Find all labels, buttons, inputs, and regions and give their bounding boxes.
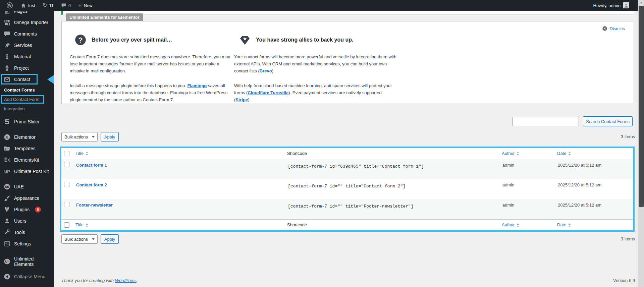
row-checkbox[interactable] <box>64 182 69 187</box>
search-contact-forms-button[interactable]: Search Contact Forms <box>583 116 633 126</box>
author-cell: admin <box>500 179 555 199</box>
column-footer-date[interactable]: Date <box>555 219 633 230</box>
gem-star-icon <box>239 34 251 46</box>
wordpress-link[interactable]: WordPress <box>115 278 137 283</box>
sort-icon <box>86 152 88 156</box>
sidebar-item-ultimate-post-kit[interactable]: Ultimate Post Kit <box>0 166 54 177</box>
sidebar-subitem-add-contact-form[interactable]: Add Contact Form <box>0 95 54 104</box>
bulk-actions-dropdown[interactable]: Bulk actions <box>61 234 98 244</box>
sidebar-subitem-contact-forms[interactable]: Contact Forms <box>0 85 54 95</box>
sidebar-subitem-integration[interactable]: Integration <box>0 104 54 113</box>
sidebar-item-elementor[interactable]: Elementor <box>0 131 54 143</box>
row-checkbox[interactable] <box>64 202 69 207</box>
sidebar-item-plugins[interactable]: Plugins9 <box>0 204 54 215</box>
panel-paragraph: With help from cloud-based machine learn… <box>234 82 397 103</box>
page-scrollbar[interactable]: ▲ <box>638 0 644 287</box>
site-name-menu[interactable]: test <box>17 0 38 11</box>
sidebar-item-appearance[interactable]: Appearance <box>0 192 54 204</box>
comments-count: 0 <box>68 3 71 8</box>
sidebar-item-prime-slider[interactable]: Prime Slider <box>0 116 54 127</box>
shortcode-cell: [contact-form-7 id="639d465" title="Cont… <box>285 159 500 179</box>
sidebar-item-pages[interactable]: Pages <box>0 11 54 17</box>
date-cell: 2025/12/20 at 5:12 am <box>555 179 633 199</box>
bulk-actions-dropdown[interactable]: Bulk actions <box>61 132 98 141</box>
footer-thanks: Thank you for creating with WordPress. <box>61 278 138 283</box>
sidebar-item-label: UAE <box>14 184 24 189</box>
select-all-checkbox-bottom[interactable] <box>64 222 69 228</box>
contact-form-title-link[interactable]: Footer-newsletter <box>76 203 113 208</box>
comments-menu[interactable]: 0 <box>58 0 74 11</box>
comment-icon <box>4 31 10 37</box>
sidebar-separator <box>0 127 54 131</box>
sidebar-item-label: Project <box>14 65 29 71</box>
sidebar-item-label: Comments <box>14 31 37 37</box>
updates-icon: ↻ <box>43 3 47 8</box>
sidebar-item-label: Tools <box>14 230 25 235</box>
items-count-bottom: 3 items <box>621 236 635 241</box>
dismiss-button[interactable]: Dismiss <box>602 26 625 31</box>
sidebar-subitem-label: Add Contact Form <box>4 97 40 102</box>
prime-icon <box>4 118 10 125</box>
sidebar-item-contact[interactable]: Contact <box>0 74 54 85</box>
sidebar-item-unlimited-elements[interactable]: Unlimited Elements <box>0 254 54 269</box>
sidebar-item-label: Unlimited Elements <box>14 256 42 267</box>
row-checkbox[interactable] <box>64 162 69 167</box>
scrollbar-thumb[interactable] <box>639 6 644 207</box>
sidebar-item-elementskit[interactable]: ElementsKit <box>0 154 54 166</box>
sidebar-item-label: Services <box>14 43 32 48</box>
new-content-menu[interactable]: +New <box>75 0 96 11</box>
admin-bar: test ↻11 0 +New Howdy, admin <box>0 0 644 11</box>
sort-icon <box>568 223 571 227</box>
column-footer-title[interactable]: Title <box>73 219 285 230</box>
wp-logo-menu[interactable] <box>3 0 16 11</box>
sidebar-item-users[interactable]: Users <box>0 215 54 227</box>
avatar <box>623 2 629 8</box>
updates-count: 11 <box>49 3 54 8</box>
folder-icon <box>4 145 10 152</box>
search-input[interactable] <box>513 117 579 126</box>
sidebar-item-uae[interactable]: UAE <box>0 181 54 192</box>
sidebar-item-material[interactable]: Material <box>0 51 54 62</box>
cloudflare-turnstile-link[interactable]: Cloudflare Turnstile <box>248 90 288 95</box>
panel-heading-right: You have strong allies to back you up. <box>256 37 353 43</box>
sidebar-item-omega-importer[interactable]: Omega Importer <box>0 17 54 28</box>
sort-icon <box>86 223 88 227</box>
panel-column-mail: Before you cry over spilt mail… Contact … <box>70 34 233 104</box>
column-header-shortcode: Shortcode <box>285 148 500 159</box>
sidebar-item-comments[interactable]: Comments <box>0 28 54 40</box>
sidebar-item-project[interactable]: Project <box>0 62 54 74</box>
sidebar-item-templates[interactable]: Templates <box>0 143 54 154</box>
shortcode-cell: [contact-form-7 id="" title="Footer-news… <box>285 199 500 219</box>
uae-icon <box>4 183 10 190</box>
sidebar-item-label: Appearance <box>14 195 40 201</box>
person-icon <box>4 65 10 71</box>
account-menu[interactable]: Howdy, admin <box>593 2 644 8</box>
column-header-date[interactable]: Date <box>555 148 633 159</box>
sidebar-item-settings[interactable]: Settings <box>0 238 54 249</box>
scrollbar-up-arrow-icon[interactable]: ▲ <box>638 0 644 5</box>
contact-form-title-link[interactable]: Contact form 2 <box>76 182 107 187</box>
date-cell: 2025/12/20 at 5:12 am <box>555 159 633 179</box>
bulk-actions-select-top: Bulk actions <box>61 132 98 141</box>
sidebar-item-tools[interactable]: Tools <box>0 227 54 238</box>
brevo-link[interactable]: Brevo <box>260 68 272 73</box>
dismiss-x-circle-icon <box>602 26 607 31</box>
flamingo-link[interactable]: Flamingo <box>187 83 207 88</box>
column-footer-author[interactable]: Author <box>500 219 555 230</box>
updates-menu[interactable]: ↻11 <box>40 0 57 11</box>
column-header-title[interactable]: Title <box>73 148 285 159</box>
contact-form-title-link[interactable]: Contact form 1 <box>76 163 107 168</box>
apply-button-bottom[interactable]: Apply <box>101 234 119 244</box>
column-header-author[interactable]: Author <box>500 148 555 159</box>
table-row: Footer-newsletter[contact-form-7 id="" t… <box>61 199 633 219</box>
table-row: Contact form 1[contact-form-7 id="639d46… <box>61 159 633 179</box>
select-all-checkbox-top[interactable] <box>64 151 69 156</box>
sidebar-item-services[interactable]: Services <box>0 40 54 51</box>
annotation-arrow-left-icon <box>47 75 54 84</box>
stripe-link[interactable]: Stripe <box>235 97 248 102</box>
home-icon <box>20 3 26 8</box>
sidebar-item-collapse-menu[interactable]: Collapse Menu <box>0 271 54 282</box>
panel-paragraph: Install a message storage plugin before … <box>70 82 233 103</box>
plugins-update-badge: 9 <box>35 207 41 213</box>
apply-button-top[interactable]: Apply <box>101 132 119 141</box>
